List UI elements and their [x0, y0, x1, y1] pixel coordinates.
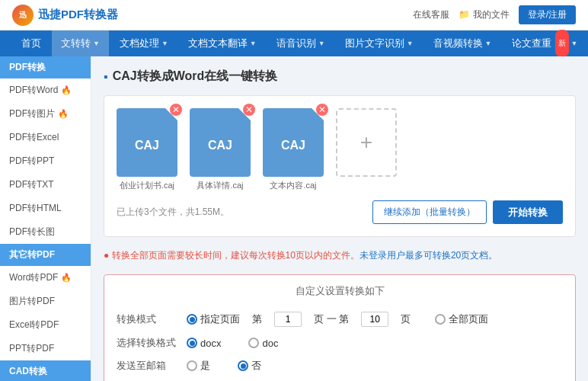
- sidebar: PDF转换 PDF转Word 🔥 PDF转图片 🔥 PDF转Excel PDF转…: [0, 56, 91, 381]
- warning-tip: ● 转换全部页面需要较长时间，建议每次转换10页以内的文件。未登录用户最多可转换…: [104, 246, 576, 265]
- settings-row-mode: 转换模式 指定页面 第 页 一 第 页 全部页面: [117, 307, 563, 331]
- new-badge: 新: [555, 30, 569, 57]
- mode-specify-option[interactable]: 指定页面: [187, 312, 240, 326]
- file-list: ✕ CAJ 创业计划书.caj ✕ CAJ 具体详情.caj ✕: [117, 108, 563, 191]
- nav-convert-arrow: ▼: [93, 30, 100, 56]
- file-card-3: ✕ CAJ: [263, 108, 324, 177]
- online-service-link[interactable]: 在线客服: [413, 8, 449, 21]
- nav-paper[interactable]: 论文查重 新 ▼: [503, 30, 587, 56]
- nav-img-ocr[interactable]: 图片文字识别 ▼: [336, 30, 423, 56]
- header-right: 在线客服 📁 我的文件 登录/注册: [413, 5, 576, 24]
- nav-home[interactable]: 首页: [12, 30, 50, 56]
- hot-icon2: 🔥: [58, 109, 69, 119]
- file-card-1: ✕ CAJ: [117, 108, 177, 177]
- mode-label: 转换模式: [117, 312, 177, 326]
- logo-text: 迅捷PDF转换器: [38, 8, 118, 22]
- format-docx-label: docx: [200, 338, 221, 349]
- format-doc-radio[interactable]: [248, 338, 259, 348]
- email-no-radio[interactable]: [238, 360, 248, 371]
- sidebar-item-img-pdf[interactable]: 图片转PDF: [0, 290, 91, 313]
- settings-row-format: 选择转换格式 docx doc: [117, 331, 563, 354]
- upload-actions: 继续添加（批量转换） 开始转换: [372, 200, 563, 224]
- nav-doc-process[interactable]: 文档处理 ▼: [110, 30, 177, 56]
- add-batch-button[interactable]: 继续添加（批量转换）: [372, 200, 487, 224]
- login-button[interactable]: 登录/注册: [519, 5, 576, 24]
- file-name-3: 文本内容.caj: [270, 180, 316, 191]
- mode-all-radio[interactable]: [435, 314, 446, 325]
- nav-translate[interactable]: 文档文本翻译 ▼: [179, 30, 266, 56]
- email-radio-group: 是 否: [187, 359, 261, 373]
- settings-title: 自定义设置转换如下: [117, 284, 563, 298]
- mode-all-label: 全部页面: [449, 312, 488, 326]
- sidebar-item-pdf-longimg[interactable]: PDF转长图: [0, 220, 91, 244]
- sidebar-item-pdf-ppt[interactable]: PDF转PPT: [0, 149, 91, 173]
- file-label-3: CAJ: [281, 139, 305, 152]
- upload-info: 已上传3个文件，共1.55M。: [117, 206, 229, 219]
- file-name-1: 创业计划书.caj: [120, 180, 174, 191]
- format-docx-option[interactable]: docx: [187, 338, 221, 349]
- file-card-2: ✕ CAJ: [190, 108, 251, 177]
- upload-footer: 已上传3个文件，共1.55M。 继续添加（批量转换） 开始转换: [117, 200, 563, 224]
- file-close-1[interactable]: ✕: [170, 104, 182, 116]
- add-file-area[interactable]: +: [336, 108, 397, 177]
- email-yes-option[interactable]: 是: [187, 359, 210, 373]
- nav-convert[interactable]: 文转转 ▼: [52, 30, 109, 56]
- email-label: 发送至邮箱: [117, 359, 177, 373]
- sidebar-item-pdf-txt[interactable]: PDF转TXT: [0, 173, 91, 197]
- sidebar-section-cad: CAD转换: [0, 360, 91, 381]
- nav-docprocess-arrow: ▼: [161, 30, 168, 56]
- sidebar-item-pdf-excel[interactable]: PDF转Excel: [0, 126, 91, 149]
- format-label: 选择转换格式: [117, 336, 177, 350]
- upload-area: ✕ CAJ 创业计划书.caj ✕ CAJ 具体详情.caj ✕: [104, 95, 576, 237]
- mode-specify-label: 指定页面: [200, 312, 240, 326]
- nav-ocr-arrow: ▼: [318, 30, 325, 56]
- sidebar-item-pdf-html[interactable]: PDF转HTML: [0, 197, 91, 220]
- nav-av-arrow: ▼: [485, 30, 492, 56]
- sidebar-item-excel-pdf[interactable]: Excel转PDF: [0, 313, 91, 337]
- format-doc-label: doc: [262, 338, 278, 349]
- email-no-label: 否: [251, 359, 261, 373]
- format-radio-group: docx doc: [187, 338, 278, 349]
- sidebar-item-pdf-image[interactable]: PDF转图片 🔥: [0, 102, 91, 126]
- page-to-suffix: 页: [401, 312, 411, 326]
- mode-specify-radio[interactable]: [187, 314, 197, 325]
- file-close-3[interactable]: ✕: [316, 104, 328, 116]
- file-label-2: CAJ: [208, 139, 232, 152]
- page-from-input[interactable]: [274, 312, 302, 327]
- convert-button[interactable]: 开始转换: [493, 200, 563, 224]
- navigation: 首页 文转转 ▼ 文档处理 ▼ 文档文本翻译 ▼ 语音识别 ▼ 图片文字识别 ▼…: [0, 30, 588, 56]
- email-no-option[interactable]: 否: [238, 359, 261, 373]
- sidebar-item-word-pdf[interactable]: Word转PDF 🔥: [0, 266, 91, 290]
- page-to-input[interactable]: [361, 312, 388, 327]
- file-name-2: 具体详情.caj: [197, 180, 243, 191]
- main-layout: PDF转换 PDF转Word 🔥 PDF转图片 🔥 PDF转Excel PDF转…: [0, 56, 588, 381]
- format-doc-option[interactable]: doc: [248, 338, 278, 349]
- file-close-2[interactable]: ✕: [243, 104, 255, 116]
- settings-box: 自定义设置转换如下 转换模式 指定页面 第 页 一 第 页 全部页: [104, 274, 576, 381]
- logo-icon: 迅: [12, 5, 34, 26]
- hot-icon: 🔥: [61, 85, 72, 95]
- settings-row-email: 发送至邮箱 是 否: [117, 354, 563, 377]
- sidebar-item-ppt-pdf[interactable]: PPT转PDF: [0, 337, 91, 360]
- sidebar-item-pdf-word[interactable]: PDF转Word 🔥: [0, 78, 91, 102]
- file-label-1: CAJ: [135, 139, 159, 152]
- mode-all-option[interactable]: 全部页面: [435, 312, 488, 326]
- header: 迅 迅捷PDF转换器 在线客服 📁 我的文件 登录/注册: [0, 0, 588, 30]
- format-docx-radio[interactable]: [187, 338, 197, 348]
- logo: 迅 迅捷PDF转换器: [12, 5, 118, 26]
- nav-paper-arrow: ▼: [571, 30, 578, 56]
- file-item-2: ✕ CAJ 具体详情.caj: [190, 108, 251, 191]
- page-separator: 页 一 第: [314, 312, 349, 326]
- mode-radio-group: 指定页面 第 页 一 第 页 全部页面: [187, 312, 488, 327]
- email-yes-label: 是: [200, 359, 210, 373]
- page-title: ▪ CAJ转换成Word在线一键转换: [104, 69, 576, 85]
- file-item-3: ✕ CAJ 文本内容.caj: [263, 108, 324, 191]
- login-link[interactable]: 未登录用户最多可转换20页文档。: [360, 250, 497, 261]
- nav-translate-arrow: ▼: [250, 30, 257, 56]
- file-item-1: ✕ CAJ 创业计划书.caj: [117, 108, 177, 191]
- sidebar-section-pdf: PDF转换: [0, 56, 91, 78]
- email-yes-radio[interactable]: [187, 360, 197, 371]
- my-files-link[interactable]: 📁 我的文件: [459, 8, 509, 21]
- nav-av[interactable]: 音视频转换 ▼: [424, 30, 501, 56]
- nav-ocr[interactable]: 语音识别 ▼: [267, 30, 334, 56]
